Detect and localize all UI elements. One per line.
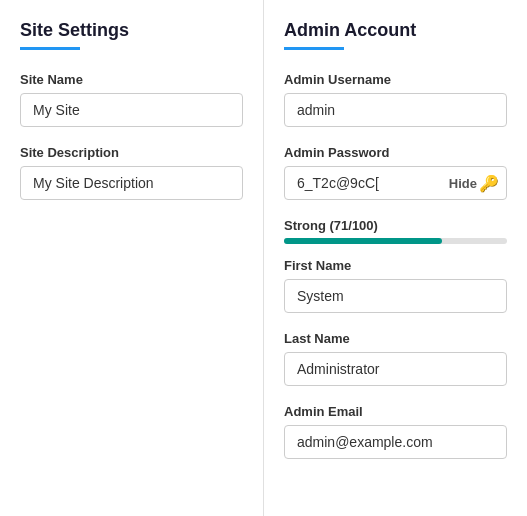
site-settings-title: Site Settings bbox=[20, 20, 243, 41]
hide-password-button[interactable]: Hide bbox=[449, 176, 477, 191]
first-name-input[interactable] bbox=[284, 279, 507, 313]
password-strength-bar-bg bbox=[284, 238, 507, 244]
admin-email-input[interactable] bbox=[284, 425, 507, 459]
admin-email-group: Admin Email bbox=[284, 404, 507, 459]
site-description-input[interactable] bbox=[20, 166, 243, 200]
admin-account-panel: Admin Account Admin Username Admin Passw… bbox=[264, 0, 527, 516]
site-name-input[interactable] bbox=[20, 93, 243, 127]
site-settings-panel: Site Settings Site Name Site Description bbox=[0, 0, 264, 516]
admin-account-underline bbox=[284, 47, 344, 50]
site-settings-underline bbox=[20, 47, 80, 50]
last-name-input[interactable] bbox=[284, 352, 507, 386]
admin-username-input[interactable] bbox=[284, 93, 507, 127]
site-description-group: Site Description bbox=[20, 145, 243, 200]
password-strength-label: Strong (71/100) bbox=[284, 218, 507, 233]
admin-username-group: Admin Username bbox=[284, 72, 507, 127]
first-name-label: First Name bbox=[284, 258, 507, 273]
site-description-label: Site Description bbox=[20, 145, 243, 160]
last-name-label: Last Name bbox=[284, 331, 507, 346]
first-name-group: First Name bbox=[284, 258, 507, 313]
admin-email-label: Admin Email bbox=[284, 404, 507, 419]
password-strength-bar-fill bbox=[284, 238, 442, 244]
site-name-label: Site Name bbox=[20, 72, 243, 87]
admin-password-group: Admin Password Hide 🔑 bbox=[284, 145, 507, 200]
site-name-group: Site Name bbox=[20, 72, 243, 127]
password-wrapper: Hide 🔑 bbox=[284, 166, 507, 200]
admin-username-label: Admin Username bbox=[284, 72, 507, 87]
admin-account-title: Admin Account bbox=[284, 20, 507, 41]
last-name-group: Last Name bbox=[284, 331, 507, 386]
key-icon: 🔑 bbox=[479, 174, 499, 193]
admin-password-label: Admin Password bbox=[284, 145, 507, 160]
